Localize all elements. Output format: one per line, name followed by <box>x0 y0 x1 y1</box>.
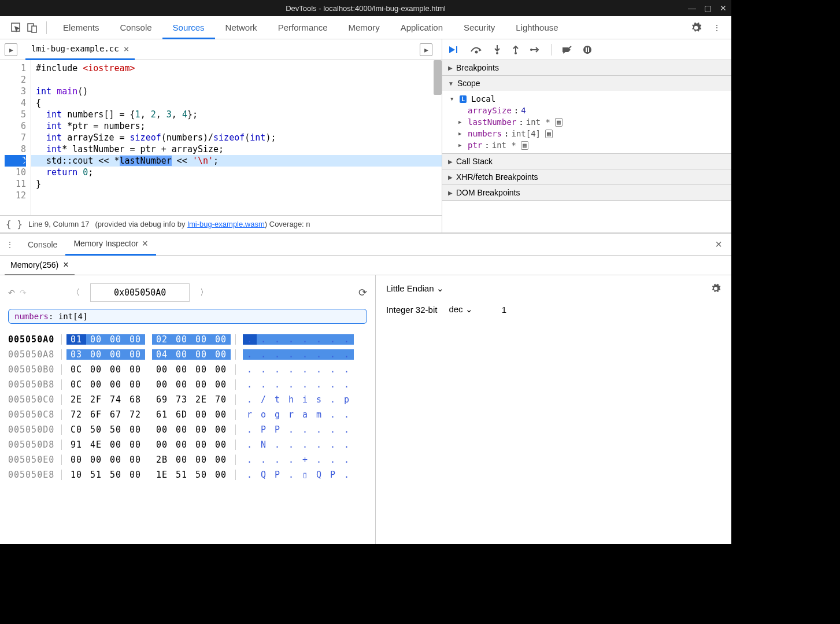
main-tabs: ElementsConsoleSourcesNetworkPerformance… <box>0 16 731 39</box>
svg-point-5 <box>496 52 498 54</box>
address-input[interactable]: 0x005050A0 <box>90 283 190 302</box>
scrollbar[interactable] <box>434 60 442 95</box>
gear-icon[interactable] <box>690 21 702 34</box>
memory-object-chip[interactable]: numbers: int[4] <box>8 309 367 324</box>
step-out-icon[interactable] <box>512 45 520 54</box>
tab-memory-inspector[interactable]: Memory Inspector× <box>65 234 156 256</box>
chevron-right-icon: ▶ <box>448 174 453 180</box>
titlebar: DevTools - localhost:4000/lmi-bug-exampl… <box>0 0 731 16</box>
tab-security[interactable]: Security <box>453 16 505 39</box>
scope-local[interactable]: ▼LLocal <box>442 93 731 105</box>
pause-exceptions-icon[interactable] <box>583 45 592 54</box>
minimize-icon[interactable]: — <box>688 3 696 13</box>
cursor-position: Line 9, Column 17 <box>28 220 90 228</box>
file-tab-name: lmi-bug-example.cc <box>31 44 119 53</box>
svg-rect-2 <box>32 26 36 32</box>
step-over-icon[interactable] <box>470 46 483 54</box>
svg-rect-9 <box>586 47 587 52</box>
hex-row[interactable]: 005050E0000000002B000000....+... <box>8 452 367 467</box>
file-tab[interactable]: lmi-bug-example.cc × <box>25 39 135 60</box>
hex-viewer[interactable]: 005050A00100000002000000........005050A8… <box>8 332 367 482</box>
resume-icon[interactable] <box>448 45 460 54</box>
code-editor[interactable]: 123456789101112 #include <iostream>int m… <box>0 60 442 215</box>
svg-rect-10 <box>588 47 589 52</box>
navigator-toggle-icon[interactable]: ▸ <box>5 43 17 56</box>
memory-icon[interactable]: ▦ <box>521 141 528 150</box>
status-bar: { } Line 9, Column 17 (provided via debu… <box>0 215 442 232</box>
close-drawer-icon[interactable]: × <box>715 238 726 251</box>
chevron-down-icon: ⌄ <box>465 304 473 314</box>
close-icon[interactable]: ✕ <box>720 3 727 13</box>
step-into-icon[interactable] <box>493 45 501 54</box>
tab-performance[interactable]: Performance <box>268 16 338 39</box>
chevron-down-icon: ▼ <box>448 80 454 87</box>
hex-row[interactable]: 005050A00100000002000000........ <box>8 332 367 347</box>
drawer-kebab-icon[interactable]: ⋮ <box>6 240 14 249</box>
tab-console[interactable]: Console <box>110 16 162 39</box>
hex-row[interactable]: 005050E8105150001E515000.QP.▯QP. <box>8 467 367 482</box>
drawer-tabs: ⋮ Console Memory Inspector× × <box>0 234 731 256</box>
inspect-icon[interactable] <box>8 20 24 36</box>
tab-network[interactable]: Network <box>215 16 268 39</box>
maximize-icon[interactable]: ▢ <box>704 3 712 13</box>
chevron-right-icon: ▶ <box>448 158 453 165</box>
scope-section[interactable]: ▼Scope <box>442 76 731 91</box>
memory-icon[interactable]: ▦ <box>555 118 563 127</box>
window-title: DevTools - localhost:4000/lmi-bug-exampl… <box>286 4 446 13</box>
tab-application[interactable]: Application <box>390 16 453 39</box>
device-icon[interactable] <box>24 20 40 36</box>
svg-point-6 <box>515 52 517 54</box>
deactivate-breakpoints-icon[interactable] <box>562 45 572 54</box>
scope-var[interactable]: arraySize: 4 <box>442 105 731 116</box>
hex-row[interactable]: 005050D8914E000000000000.N...... <box>8 437 367 452</box>
close-icon[interactable]: × <box>63 260 68 270</box>
tab-lighthouse[interactable]: Lighthouse <box>505 16 568 39</box>
redo-icon[interactable]: ↷ <box>20 288 27 297</box>
svg-point-4 <box>475 50 478 53</box>
step-icon[interactable] <box>530 46 541 54</box>
hex-row[interactable]: 005050D0C050500000000000.PP..... <box>8 422 367 437</box>
hex-row[interactable]: 005050C8726F6772616D0000rogram.. <box>8 407 367 422</box>
memory-icon[interactable]: ▦ <box>545 130 553 138</box>
run-snippet-icon[interactable]: ▸ <box>420 43 432 56</box>
hex-row[interactable]: 005050A80300000004000000........ <box>8 347 367 362</box>
memory-tab[interactable]: Memory(256)× <box>5 256 75 275</box>
callstack-section[interactable]: ▶Call Stack <box>442 154 731 169</box>
chevron-down-icon: ⌄ <box>436 283 444 293</box>
gear-icon[interactable] <box>711 283 721 294</box>
close-icon[interactable]: × <box>142 238 148 250</box>
prev-page-icon[interactable]: 〈 <box>68 287 83 298</box>
tab-sources[interactable]: Sources <box>162 16 215 39</box>
xhr-breakpoints-section[interactable]: ▶XHR/fetch Breakpoints <box>442 169 731 184</box>
hex-row[interactable]: 005050C02E2F746869732E70./this.p <box>8 392 367 407</box>
wasm-link[interactable]: lmi-bug-example.wasm <box>187 220 265 228</box>
pretty-print-icon[interactable]: { } <box>6 219 23 230</box>
chevron-right-icon: ▶ <box>448 190 453 196</box>
refresh-icon[interactable]: ⟳ <box>358 286 367 299</box>
tab-elements[interactable]: Elements <box>53 16 110 39</box>
debug-toolbar <box>442 39 731 60</box>
svg-rect-3 <box>456 46 457 53</box>
scope-var[interactable]: ▶ptr: int *▦ <box>442 139 731 151</box>
tab-console[interactable]: Console <box>20 234 65 256</box>
hex-row[interactable]: 005050B00C00000000000000........ <box>8 362 367 377</box>
kebab-icon[interactable]: ⋮ <box>711 21 723 34</box>
hex-row[interactable]: 005050B80C00000000000000........ <box>8 377 367 392</box>
breakpoints-section[interactable]: ▶Breakpoints <box>442 60 731 75</box>
undo-icon[interactable]: ↶ <box>8 288 15 297</box>
scope-var[interactable]: ▶numbers: int[4]▦ <box>442 128 731 139</box>
dom-breakpoints-section[interactable]: ▶DOM Breakpoints <box>442 185 731 200</box>
chevron-right-icon: ▶ <box>448 65 453 71</box>
integer-type-label: Integer 32-bit <box>386 305 437 315</box>
tab-memory[interactable]: Memory <box>338 16 390 39</box>
scope-var[interactable]: ▶lastNumber: int *▦ <box>442 116 731 128</box>
local-badge-icon: L <box>460 95 467 103</box>
integer-value: 1 <box>502 305 506 315</box>
next-page-icon[interactable]: 〉 <box>197 287 212 298</box>
endianness-select[interactable]: Little Endian ⌄ <box>386 283 444 294</box>
svg-point-7 <box>530 49 532 51</box>
close-tab-icon[interactable]: × <box>124 43 129 54</box>
file-tabs: ▸ lmi-bug-example.cc × ▸ <box>0 39 442 60</box>
svg-point-8 <box>583 46 591 54</box>
format-select[interactable]: dec ⌄ <box>449 304 472 315</box>
